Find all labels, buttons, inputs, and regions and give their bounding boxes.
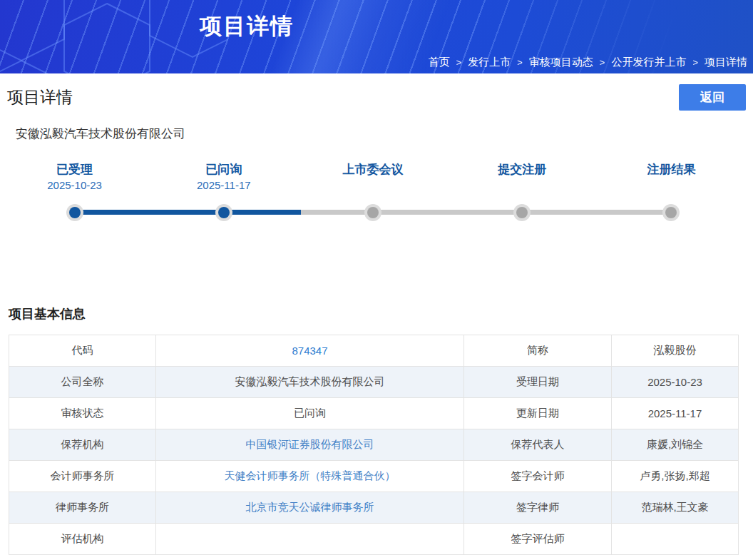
row-value-cell[interactable]: 天健会计师事务所（特殊普通合伙） [156, 461, 464, 492]
table-row: 评估机构签字评估师 [9, 524, 739, 555]
timeline-stage-label: 提交注册 [498, 161, 546, 179]
basic-info-section-title: 项目基本信息 [9, 305, 753, 322]
review-status-timeline: 已受理2025-10-23已问询2025-11-17上市委会议提交注册注册结果 [0, 161, 746, 225]
cell-text: 卢勇,张扬,郑超 [640, 469, 710, 482]
row-label-cell: 简称 [464, 335, 612, 367]
cell-text: 公司全称 [61, 375, 104, 387]
row-label-cell: 签字会计师 [464, 461, 612, 492]
basic-info-table: 代码874347简称泓毅股份公司全称安徽泓毅汽车技术股份有限公司受理日期2025… [9, 335, 739, 555]
breadcrumb-separator: > [692, 57, 698, 68]
row-label-cell: 代码 [9, 335, 156, 367]
row-label-cell: 会计师事务所 [9, 461, 156, 492]
timeline-progress-bar [74, 210, 301, 215]
row-label-cell: 保荐机构 [9, 429, 156, 461]
timeline-stage-label: 注册结果 [647, 161, 695, 179]
row-value-cell[interactable]: 中国银河证券股份有限公司 [156, 429, 464, 461]
row-value-cell [156, 524, 464, 555]
table-row: 代码874347简称泓毅股份 [9, 335, 739, 367]
row-label-cell: 签字律师 [464, 492, 612, 524]
timeline-dot [516, 207, 528, 218]
cell-text: 受理日期 [516, 375, 559, 387]
table-row: 公司全称安徽泓毅汽车技术股份有限公司受理日期2025-10-23 [9, 367, 739, 398]
breadcrumb-separator: > [456, 57, 462, 68]
table-row: 审核状态已问询更新日期2025-11-17 [9, 398, 739, 429]
company-name: 安徽泓毅汽车技术股份有限公司 [16, 126, 753, 142]
row-value-cell [612, 524, 739, 555]
cell-text: 律师事务所 [56, 501, 109, 513]
table-row: 会计师事务所天健会计师事务所（特殊普通合伙）签字会计师卢勇,张扬,郑超 [9, 461, 739, 492]
timeline-dot [665, 207, 677, 218]
row-label-cell: 律师事务所 [9, 492, 156, 524]
timeline-dot [69, 207, 81, 218]
row-label-cell: 公司全称 [9, 367, 156, 398]
breadcrumb-item: 项目详情 [705, 56, 747, 69]
row-label-cell: 签字评估师 [464, 524, 612, 555]
row-value-cell: 康媛,刘锦全 [612, 429, 739, 461]
cell-text: 代码 [72, 344, 93, 356]
cell-link[interactable]: 中国银河证券股份有限公司 [246, 438, 374, 450]
cell-text: 签字律师 [516, 501, 559, 513]
row-label-cell: 更新日期 [464, 398, 612, 429]
row-value-cell: 2025-10-23 [612, 367, 739, 398]
breadcrumb-item[interactable]: 审核项目动态 [529, 56, 593, 69]
row-value-cell: 卢勇,张扬,郑超 [612, 461, 739, 492]
row-value-cell: 已问询 [156, 398, 464, 429]
breadcrumb-separator: > [600, 57, 605, 68]
timeline-stage-date: 2025-10-23 [47, 179, 102, 195]
page-header-row: 项目详情 返回 [7, 84, 746, 111]
cell-text: 已问询 [294, 407, 326, 419]
breadcrumb-item[interactable]: 首页 [429, 56, 450, 69]
timeline-stage-label: 已问询 [205, 161, 242, 179]
cell-text: 保荐机构 [61, 438, 104, 450]
cell-text: 签字会计师 [511, 469, 565, 482]
page-title: 项目详情 [7, 86, 73, 108]
cell-link[interactable]: 天健会计师事务所（特殊普通合伙） [225, 469, 396, 482]
row-value-cell: 范瑞林,王文豪 [612, 492, 739, 524]
cell-text: 2025-11-17 [648, 407, 702, 419]
table-row: 保荐机构中国银河证券股份有限公司保荐代表人康媛,刘锦全 [9, 429, 739, 461]
cell-text: 签字评估师 [511, 532, 565, 544]
row-label-cell: 评估机构 [9, 524, 156, 555]
breadcrumb-item[interactable]: 公开发行并上市 [611, 56, 686, 69]
row-value-cell: 874347 [156, 335, 464, 367]
cell-text: 简称 [527, 344, 548, 356]
cell-text: 安徽泓毅汽车技术股份有限公司 [235, 375, 385, 387]
cell-text: 泓毅股份 [654, 344, 697, 356]
hexagon-pattern-decoration [0, 0, 228, 73]
table-row: 律师事务所北京市竞天公诚律师事务所签字律师范瑞林,王文豪 [9, 492, 739, 524]
cell-text: 保荐代表人 [511, 438, 565, 450]
row-value-cell: 安徽泓毅汽车技术股份有限公司 [156, 367, 464, 398]
row-label-cell: 受理日期 [464, 367, 612, 398]
breadcrumb-separator: > [517, 57, 523, 68]
cell-text: 审核状态 [61, 407, 104, 419]
cell-text: 评估机构 [61, 532, 104, 544]
row-value-cell: 泓毅股份 [612, 335, 739, 367]
timeline-stage-label: 上市委会议 [343, 161, 404, 179]
basic-info-table-body: 代码874347简称泓毅股份公司全称安徽泓毅汽车技术股份有限公司受理日期2025… [9, 335, 739, 555]
row-value-cell[interactable]: 北京市竞天公诚律师事务所 [156, 492, 464, 524]
cell-text: 874347 [292, 345, 327, 357]
cell-text: 康媛,刘锦全 [647, 438, 703, 450]
timeline-stage-label: 已受理 [56, 161, 93, 179]
timeline-dot [367, 207, 379, 218]
row-label-cell: 保荐代表人 [464, 429, 612, 461]
cell-text: 2025-10-23 [647, 376, 702, 388]
row-label-cell: 审核状态 [9, 398, 156, 429]
row-value-cell: 2025-11-17 [612, 398, 739, 429]
breadcrumb-item[interactable]: 发行上市 [468, 56, 511, 69]
timeline-stage-date: 2025-11-17 [197, 179, 251, 195]
banner-title: 项目详情 [200, 11, 294, 41]
cell-text: 更新日期 [516, 407, 559, 419]
cell-text: 会计师事务所 [51, 469, 115, 482]
breadcrumb: 首页>发行上市>审核项目动态>公开发行并上市>项目详情 [429, 56, 747, 69]
back-button[interactable]: 返回 [679, 84, 746, 111]
cell-text: 范瑞林,王文豪 [641, 501, 708, 513]
cell-link[interactable]: 北京市竞天公诚律师事务所 [246, 501, 374, 513]
page-banner: 项目详情 首页>发行上市>审核项目动态>公开发行并上市>项目详情 [0, 0, 753, 73]
timeline-dot [218, 207, 230, 218]
